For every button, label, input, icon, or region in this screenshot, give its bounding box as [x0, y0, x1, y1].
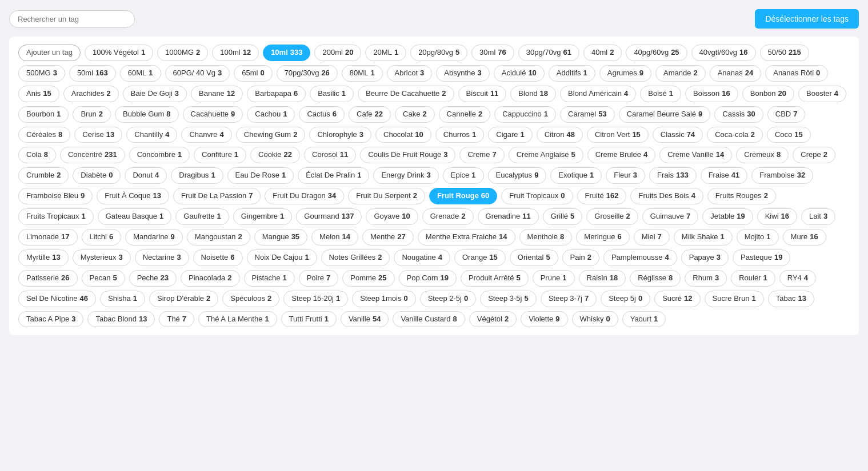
tag-item[interactable]: Ananas Rôti 0 [765, 65, 828, 82]
tag-item[interactable]: Mysterieux 3 [73, 249, 131, 266]
tag-item[interactable]: Arachides 2 [63, 86, 119, 102]
tag-item[interactable]: Fruit Rouge 60 [429, 188, 497, 204]
tag-item[interactable]: Chantilly 4 [126, 127, 177, 143]
tag-item[interactable]: Tabac A Pipe 3 [18, 311, 83, 328]
tag-item[interactable]: Réglisse 8 [630, 270, 681, 287]
tag-item[interactable]: Framboise 32 [751, 167, 813, 184]
tag-item[interactable]: 20ML 1 [365, 45, 406, 61]
tag-item[interactable]: Pamplemousse 4 [603, 249, 677, 266]
tag-item[interactable]: Bourbon 1 [18, 106, 69, 123]
tag-item[interactable]: Energy Drink 3 [373, 167, 438, 184]
tag-item[interactable]: Boisé 1 [640, 86, 681, 102]
tag-item[interactable]: Thé A La Menthe 1 [198, 311, 277, 328]
tag-item[interactable]: Kiwi 16 [757, 208, 797, 225]
tag-item[interactable]: Chlorophyle 3 [309, 127, 371, 143]
tag-item[interactable]: Grenade 2 [422, 208, 474, 225]
tag-item[interactable]: Sucré 12 [654, 291, 700, 307]
tag-item[interactable]: 70pg/30vg 26 [277, 65, 338, 82]
tag-item[interactable]: Fraise 41 [701, 167, 748, 184]
tag-item[interactable]: Lait 3 [801, 208, 835, 225]
tag-item[interactable]: Frais 133 [649, 167, 697, 184]
tag-item[interactable]: Fruit Du Serpent 2 [348, 188, 425, 204]
tag-item[interactable]: Creme Vanille 14 [659, 147, 732, 163]
tag-item[interactable]: Creme Brulee 4 [587, 147, 655, 163]
tag-item[interactable]: Mure 16 [783, 229, 826, 245]
tag-item[interactable]: Concentré 231 [60, 147, 125, 163]
tag-item[interactable]: Amande 2 [655, 65, 706, 82]
tag-item[interactable]: Crumble 2 [18, 167, 69, 184]
tag-item[interactable]: Miel 7 [634, 229, 670, 245]
tag-item[interactable]: Éclat De Pralin 1 [298, 167, 369, 184]
tag-item[interactable]: Pecan 5 [82, 270, 125, 287]
tag-item[interactable]: Patisserie 26 [18, 270, 78, 287]
tag-item[interactable]: Cerise 13 [74, 127, 122, 143]
tag-item[interactable]: Melon 14 [311, 229, 358, 245]
tag-item[interactable]: Fruits Des Bois 4 [630, 188, 703, 204]
tag-item[interactable]: Banane 12 [191, 86, 243, 102]
tag-item[interactable]: 1000MG 2 [157, 45, 208, 61]
tag-item[interactable]: Meringue 6 [576, 229, 629, 245]
tag-item[interactable]: Notes Grillées 2 [321, 249, 390, 266]
tag-item[interactable]: Absynthe 3 [436, 65, 489, 82]
tag-item[interactable]: Fruit Du Dragon 34 [265, 188, 344, 204]
tag-item[interactable]: Cactus 6 [299, 106, 345, 123]
tag-item[interactable]: Churros 1 [435, 127, 484, 143]
tag-item[interactable]: 100ml 12 [212, 45, 259, 61]
tag-item[interactable]: 10ml 333 [263, 45, 310, 61]
tag-item[interactable]: 100% Végétol 1 [85, 45, 153, 61]
tag-item[interactable]: Basilic 1 [310, 86, 354, 102]
tag-item[interactable]: Raisin 18 [579, 270, 626, 287]
tag-item[interactable]: Prune 1 [533, 270, 575, 287]
tag-item[interactable]: Eau De Rose 1 [227, 167, 294, 184]
tag-item[interactable]: Coca-cola 2 [707, 127, 763, 143]
tag-item[interactable]: Céréales 8 [18, 127, 70, 143]
tag-item[interactable]: Blond 18 [510, 86, 556, 102]
tag-item[interactable]: Nougatine 4 [394, 249, 450, 266]
tag-item[interactable]: Classic 74 [653, 127, 703, 143]
tag-item[interactable]: Crepe 2 [793, 147, 835, 163]
tag-item[interactable]: Caramel 53 [560, 106, 615, 123]
tag-item[interactable]: Vanille Custard 8 [393, 311, 465, 328]
tag-item[interactable]: Steep 3-5j 5 [480, 291, 537, 307]
tag-item[interactable]: Guimauve 7 [642, 208, 698, 225]
tag-item[interactable]: Limonade 17 [18, 229, 78, 245]
tag-item[interactable]: Additifs 1 [549, 65, 595, 82]
tag-item[interactable]: Pistache 1 [244, 270, 295, 287]
tag-item[interactable]: Sirop D'érable 2 [149, 291, 218, 307]
tag-item[interactable]: Oriental 5 [510, 249, 558, 266]
tag-item[interactable]: Mangoustan 2 [187, 229, 250, 245]
tag-item[interactable]: Yaourt 1 [622, 311, 666, 328]
tag-item[interactable]: Bonbon 20 [742, 86, 794, 102]
tag-item[interactable]: Brun 2 [73, 106, 111, 123]
tag-item[interactable]: Produit Arrêté 5 [461, 270, 529, 287]
tag-item[interactable]: 65ml 0 [234, 65, 272, 82]
tag-item[interactable]: Baie De Goji 3 [123, 86, 187, 102]
tag-item[interactable]: Poire 7 [299, 270, 339, 287]
tag-item[interactable]: Diabète 0 [73, 167, 121, 184]
tag-item[interactable]: CBD 7 [767, 106, 806, 123]
tag-item[interactable]: Mojito 1 [737, 229, 779, 245]
search-input[interactable] [9, 10, 135, 28]
tag-item[interactable]: Végétol 2 [469, 311, 517, 328]
tag-item[interactable]: Peche 23 [129, 270, 177, 287]
tag-item[interactable]: Epice 1 [443, 167, 484, 184]
tag-item[interactable]: Concombre 1 [129, 147, 190, 163]
tag-item[interactable]: 30pg/70vg 61 [518, 45, 579, 61]
add-tag-button[interactable]: Ajouter un tag [18, 45, 81, 61]
tag-item[interactable]: Booster 4 [798, 86, 846, 102]
tag-item[interactable]: Tabac Blond 13 [87, 311, 155, 328]
tag-item[interactable]: Myrtille 13 [18, 249, 69, 266]
tag-item[interactable]: Cachou 1 [247, 106, 295, 123]
tag-item[interactable]: Abricot 3 [387, 65, 433, 82]
tag-item[interactable]: Cassis 30 [714, 106, 763, 123]
tag-item[interactable]: Bubble Gum 8 [115, 106, 179, 123]
tag-item[interactable]: Eucalyptus 9 [488, 167, 547, 184]
tag-item[interactable]: Gingembre 1 [233, 208, 293, 225]
tag-item[interactable]: Steep 5j 0 [601, 291, 650, 307]
tag-item[interactable]: Pomme 25 [342, 270, 394, 287]
tag-item[interactable]: Cafe 22 [349, 106, 391, 123]
tag-item[interactable]: Grenadine 11 [478, 208, 539, 225]
tag-item[interactable]: Litchi 6 [82, 229, 122, 245]
tag-item[interactable]: Sel De Nicotine 46 [18, 291, 96, 307]
tag-item[interactable]: Corosol 11 [304, 147, 356, 163]
